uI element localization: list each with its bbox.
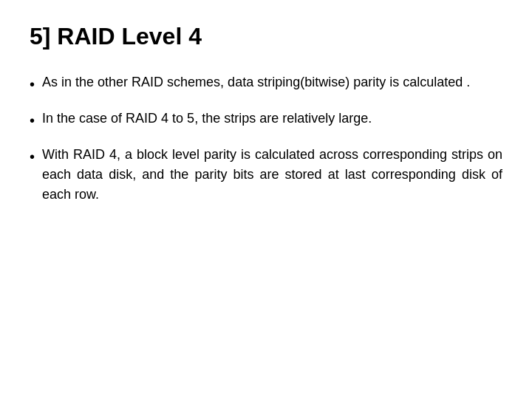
bullet-dot-2: • [30,109,35,132]
bullet-text-1: As in the other RAID schemes, data strip… [42,72,502,92]
bullet-dot-1: • [30,73,35,95]
slide-title: 5] RAID Level 4 [30,22,502,50]
bullet-text-3: With RAID 4, a block level parity is cal… [42,145,502,205]
list-item: • As in the other RAID schemes, data str… [30,72,502,95]
slide-container: 5] RAID Level 4 • As in the other RAID s… [30,22,502,377]
bullet-dot-3: • [30,146,35,168]
bullet-text-2: In the case of RAID 4 to 5, the strips a… [42,109,502,129]
bullet-list: • As in the other RAID schemes, data str… [30,72,502,205]
list-item: • In the case of RAID 4 to 5, the strips… [30,109,502,132]
list-item: • With RAID 4, a block level parity is c… [30,145,502,205]
